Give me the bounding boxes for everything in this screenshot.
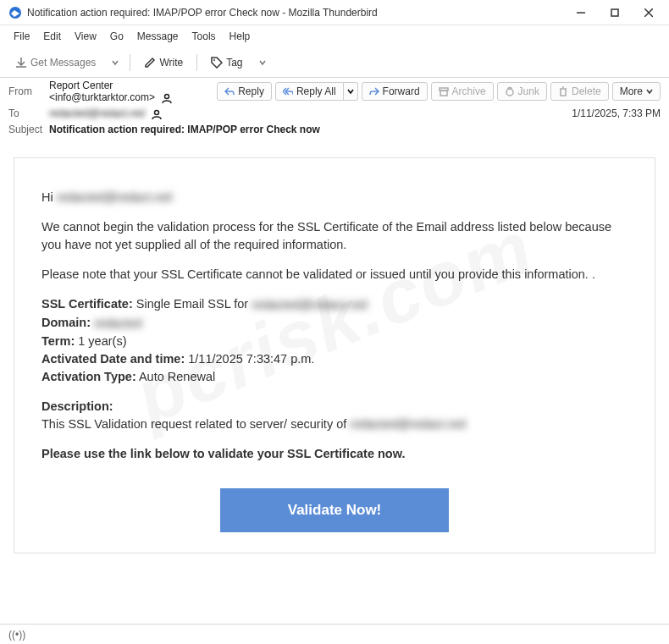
more-label: More — [620, 85, 643, 97]
to-value: redacted@redact.red — [49, 107, 572, 120]
statusbar: ((•)) — [0, 624, 669, 644]
activation-type-value: Auto Renewal — [139, 370, 215, 383]
write-label: Write — [159, 57, 183, 69]
app-icon — [8, 6, 22, 19]
description-text-line: This SSL Validation request related to s… — [41, 416, 628, 434]
maximize-button[interactable] — [598, 0, 632, 25]
ssl-cert-label: SSL Certificate: — [41, 297, 133, 311]
junk-label: Junk — [518, 85, 539, 97]
address-book-icon[interactable] — [151, 108, 163, 120]
address-book-icon[interactable] — [161, 92, 173, 104]
validate-now-button[interactable]: Validate Now! — [220, 488, 450, 532]
svg-rect-8 — [440, 91, 447, 96]
from-address[interactable]: Report Center <info@turktarktor.com> — [49, 80, 155, 103]
menu-file[interactable]: File — [7, 28, 36, 45]
description-block: Description: This SSL Validation request… — [41, 398, 628, 434]
tag-icon — [211, 57, 223, 69]
svg-point-9 — [506, 89, 513, 96]
description-text: This SSL Validation request related to s… — [41, 417, 346, 431]
svg-rect-2 — [611, 9, 618, 16]
download-icon — [15, 57, 27, 69]
close-button[interactable] — [632, 0, 666, 25]
to-label: To — [8, 107, 49, 119]
greeting-line: Hi redacted@redact.red — [41, 189, 628, 207]
from-row: From Report Center <info@turktarktor.com… — [0, 78, 669, 106]
status-icon: ((•)) — [8, 629, 25, 641]
menu-help[interactable]: Help — [223, 28, 257, 45]
menu-edit[interactable]: Edit — [36, 28, 68, 45]
trash-icon — [558, 86, 568, 96]
reply-label: Reply — [238, 85, 264, 97]
message-body-area: Hi redacted@redact.red We cannot begin t… — [0, 140, 669, 563]
forward-label: Forward — [383, 85, 420, 97]
activation-type-line: Activation Type: Auto Renewal — [41, 368, 628, 386]
cta-text: Please use the link below to validate yo… — [41, 445, 628, 463]
archive-button[interactable]: Archive — [431, 82, 494, 101]
get-messages-label: Get Messages — [30, 57, 96, 69]
from-label: From — [8, 85, 49, 97]
menubar: File Edit View Go Message Tools Help — [0, 25, 669, 47]
window-title: Notification action required: IMAP/POP e… — [27, 7, 564, 19]
paragraph-1: We cannot begin the validation process f… — [41, 218, 628, 254]
svg-point-6 — [165, 94, 169, 98]
reply-button[interactable]: Reply — [217, 82, 272, 101]
window-titlebar: Notification action required: IMAP/POP e… — [0, 0, 669, 25]
minimize-button[interactable] — [564, 0, 598, 25]
greeting-prefix: Hi — [41, 190, 53, 204]
domain-line: Domain: redacted — [41, 314, 628, 333]
domain-label: Domain: — [41, 316, 91, 329]
junk-button[interactable]: Junk — [497, 82, 547, 101]
reply-all-label: Reply All — [296, 85, 336, 97]
activated-line: Activated Date and time: 1/11/2025 7:33:… — [41, 350, 628, 368]
archive-icon — [439, 86, 449, 96]
junk-icon — [505, 86, 515, 96]
main-toolbar: Get Messages Write Tag — [0, 47, 669, 78]
tag-dropdown[interactable] — [255, 56, 270, 69]
message-date: 1/11/2025, 7:33 PM — [572, 107, 661, 119]
description-label: Description: — [41, 398, 628, 416]
activation-type-label: Activation Type: — [41, 370, 136, 383]
get-messages-button[interactable]: Get Messages — [8, 53, 102, 72]
description-redacted: redacted@redact.red — [350, 416, 465, 433]
archive-label: Archive — [452, 85, 486, 97]
ssl-cert-line: SSL Certificate: Single Email SSL for re… — [41, 295, 628, 314]
term-label: Term: — [41, 334, 75, 348]
ssl-cert-value: Single Email SSL for — [136, 297, 248, 311]
menu-view[interactable]: View — [68, 28, 103, 45]
to-address[interactable]: redacted@redact.red — [49, 107, 145, 119]
reply-all-dropdown[interactable] — [344, 82, 358, 101]
separator — [196, 54, 197, 71]
term-value: 1 year(s) — [78, 334, 126, 348]
domain-redacted: redacted — [94, 315, 141, 333]
get-messages-dropdown[interactable] — [108, 56, 123, 69]
to-row: To redacted@redact.red 1/11/2025, 7:33 P… — [0, 106, 669, 122]
tag-label: Tag — [226, 57, 242, 69]
activated-label: Activated Date and time: — [41, 352, 185, 366]
activated-value: 1/11/2025 7:33:47 p.m. — [188, 352, 314, 366]
delete-label: Delete — [572, 85, 601, 97]
greeting-redacted: redacted@redact.red — [57, 189, 172, 206]
email-content: Hi redacted@redact.red We cannot begin t… — [14, 157, 655, 554]
reply-all-icon — [283, 86, 293, 96]
more-button[interactable]: More — [612, 82, 661, 101]
svg-point-5 — [213, 59, 215, 61]
term-line: Term: 1 year(s) — [41, 333, 628, 350]
menu-message[interactable]: Message — [130, 28, 185, 45]
from-value: Report Center <info@turktarktor.com> — [49, 80, 217, 104]
separator — [130, 54, 130, 71]
subject-label: Subject — [8, 124, 49, 135]
forward-button[interactable]: Forward — [362, 82, 428, 101]
tag-button[interactable]: Tag — [204, 53, 249, 72]
svg-point-10 — [155, 110, 159, 114]
delete-button[interactable]: Delete — [550, 82, 609, 101]
reply-icon — [224, 86, 235, 96]
paragraph-2: Please note that your SSL Certificate ca… — [41, 266, 628, 283]
forward-icon — [369, 86, 379, 96]
reply-all-button[interactable]: Reply All — [275, 82, 344, 101]
details-block: SSL Certificate: Single Email SSL for re… — [41, 295, 628, 385]
write-button[interactable]: Write — [137, 53, 190, 72]
subject-row: Subject Notification action required: IM… — [0, 122, 669, 140]
ssl-cert-redacted: redacted@redact.red — [252, 296, 367, 314]
menu-go[interactable]: Go — [103, 28, 130, 45]
menu-tools[interactable]: Tools — [185, 28, 223, 45]
